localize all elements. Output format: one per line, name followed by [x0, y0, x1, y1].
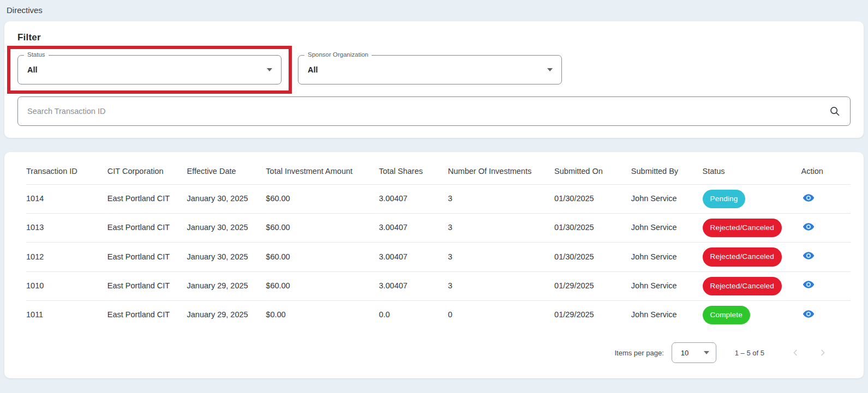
directives-table-card: Transaction IDCIT CorporationEffective D…: [4, 152, 864, 378]
filter-row: Status All Sponsor Organization All: [17, 55, 851, 84]
column-header-cit_corporation: CIT Corporation: [107, 159, 187, 184]
cell-submitted_by: John Service: [631, 184, 703, 213]
cell-total_investment_amount: $60.00: [266, 214, 379, 243]
page-range-label: 1 – 5 of 5: [735, 349, 764, 357]
cell-total_investment_amount: $60.00: [266, 184, 379, 213]
table-header-row: Transaction IDCIT CorporationEffective D…: [26, 159, 851, 184]
cell-total_investment_amount: $0.00: [266, 300, 379, 329]
cell-total_investment_amount: $60.00: [266, 271, 379, 300]
chevron-down-icon: [547, 68, 553, 71]
status-select-label: Status: [24, 51, 49, 58]
column-header-total_investment_amount: Total Investment Amount: [266, 159, 379, 184]
cell-effective_date: January 29, 2025: [187, 300, 266, 329]
cell-total_shares: 3.00407: [379, 243, 448, 271]
cell-total_shares: 3.00407: [379, 184, 448, 213]
column-header-effective_date: Effective Date: [187, 159, 266, 184]
cell-effective_date: January 30, 2025: [187, 214, 266, 243]
table-body: 1014East Portland CITJanuary 30, 2025$60…: [26, 184, 851, 329]
cell-effective_date: January 29, 2025: [187, 271, 266, 300]
view-details-eye-icon[interactable]: [801, 277, 816, 292]
filter-card: Filter Status All Sponsor Organization A…: [4, 21, 864, 138]
table-row: 1013East Portland CITJanuary 30, 2025$60…: [26, 214, 851, 243]
cell-number_of_investments: 3: [448, 243, 554, 271]
table-row: 1010East Portland CITJanuary 29, 2025$60…: [26, 271, 851, 300]
cell-status: Rejected/Canceled: [703, 214, 801, 243]
status-select-value: All: [27, 65, 38, 74]
cell-transaction_id: 1014: [26, 184, 107, 213]
cell-transaction_id: 1012: [26, 243, 107, 271]
status-badge: Pending: [703, 190, 746, 208]
cell-effective_date: January 30, 2025: [187, 184, 266, 213]
cell-submitted_on: 01/30/2025: [554, 184, 631, 213]
cell-number_of_investments: 3: [448, 271, 554, 300]
cell-action: [801, 184, 851, 213]
directives-table: Transaction IDCIT CorporationEffective D…: [26, 159, 851, 329]
cell-effective_date: January 30, 2025: [187, 243, 266, 271]
view-details-eye-icon[interactable]: [801, 306, 816, 322]
status-badge: Rejected/Canceled: [703, 247, 782, 266]
cell-total_investment_amount: $60.00: [266, 243, 379, 271]
paginator: Items per page: 10 1 – 5 of 5: [26, 329, 851, 365]
previous-page-button[interactable]: [791, 348, 800, 358]
cell-total_shares: 3.00407: [379, 271, 448, 300]
cell-number_of_investments: 0: [448, 300, 554, 329]
cell-cit_corporation: East Portland CIT: [107, 243, 187, 271]
status-filter-highlight: Status All: [7, 46, 292, 94]
view-details-eye-icon[interactable]: [801, 248, 816, 263]
cell-total_shares: 0.0: [379, 300, 448, 329]
column-header-number_of_investments: Number Of Investments: [448, 159, 554, 184]
next-page-button[interactable]: [818, 348, 828, 358]
view-details-eye-icon[interactable]: [801, 190, 816, 205]
table-row: 1014East Portland CITJanuary 30, 2025$60…: [26, 184, 851, 213]
status-badge: Rejected/Canceled: [703, 219, 782, 237]
cell-action: [801, 271, 851, 300]
status-select[interactable]: Status All: [17, 55, 282, 84]
items-per-page-select[interactable]: 10: [672, 342, 716, 363]
chevron-down-icon: [704, 351, 709, 354]
column-header-transaction_id: Transaction ID: [26, 159, 107, 184]
page-title: Directives: [0, 0, 868, 21]
cell-status: Pending: [703, 184, 801, 213]
search-input[interactable]: [17, 96, 851, 126]
column-header-submitted_on: Submitted On: [554, 159, 631, 184]
cell-submitted_on: 01/30/2025: [554, 243, 631, 271]
column-header-action: Action: [801, 159, 851, 184]
cell-action: [801, 300, 851, 329]
cell-submitted_on: 01/30/2025: [554, 214, 631, 243]
status-badge: Complete: [703, 306, 750, 324]
column-header-submitted_by: Submitted By: [631, 159, 703, 184]
status-badge: Rejected/Canceled: [703, 277, 782, 295]
cell-total_shares: 3.00407: [379, 214, 448, 243]
cell-status: Complete: [703, 300, 801, 329]
directives-page: Directives Filter Status All Sponsor Org…: [0, 0, 868, 393]
cell-submitted_by: John Service: [631, 243, 703, 271]
view-details-eye-icon[interactable]: [801, 219, 816, 234]
cell-cit_corporation: East Portland CIT: [107, 184, 187, 213]
search-icon[interactable]: [827, 103, 843, 119]
cell-cit_corporation: East Portland CIT: [107, 271, 187, 300]
cell-submitted_by: John Service: [631, 214, 703, 243]
cell-number_of_investments: 3: [448, 214, 554, 243]
cell-cit_corporation: East Portland CIT: [107, 300, 187, 329]
table-row: 1011East Portland CITJanuary 29, 2025$0.…: [26, 300, 851, 329]
cell-submitted_on: 01/29/2025: [554, 271, 631, 300]
items-per-page-label: Items per page:: [614, 349, 663, 357]
cell-transaction_id: 1011: [26, 300, 107, 329]
cell-cit_corporation: East Portland CIT: [107, 214, 187, 243]
items-per-page-value: 10: [681, 349, 689, 357]
table-row: 1012East Portland CITJanuary 30, 2025$60…: [26, 243, 851, 271]
cell-transaction_id: 1013: [26, 214, 107, 243]
cell-submitted_by: John Service: [631, 271, 703, 300]
search-field: [17, 96, 851, 126]
sponsor-organization-select-label: Sponsor Organization: [304, 51, 372, 58]
sponsor-organization-select[interactable]: Sponsor Organization All: [298, 55, 562, 84]
cell-status: Rejected/Canceled: [703, 271, 801, 300]
cell-transaction_id: 1010: [26, 271, 107, 300]
cell-action: [801, 243, 851, 271]
cell-submitted_by: John Service: [631, 300, 703, 329]
cell-status: Rejected/Canceled: [703, 243, 801, 271]
cell-number_of_investments: 3: [448, 184, 554, 213]
column-header-status: Status: [703, 159, 801, 184]
chevron-down-icon: [267, 68, 272, 71]
filter-heading: Filter: [17, 32, 851, 43]
